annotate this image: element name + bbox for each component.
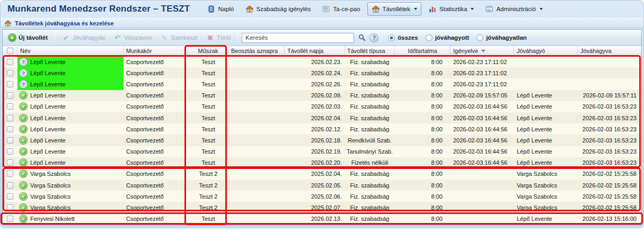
approved-status-icon: ✓ [20,215,27,222]
column-header-jovahagyva[interactable]: Jóváhagyva [578,46,641,56]
duration-cell: 8:00 [395,56,451,67]
table-row[interactable]: ✓Varga SzabolcsCsoportvezetőTeszt 22025.… [3,202,641,213]
approved-at-cell: 2026-02-03 16:53:23 [578,112,641,123]
row-select-cell [3,168,17,180]
search-input[interactable] [242,33,354,43]
filter-radio-osszes[interactable]: összes [388,34,418,41]
approver-cell: Varga Szabolcs [514,180,578,191]
filter-radio-jovahagyatlan[interactable]: jóváhagyatlan [477,34,527,41]
row-checkbox[interactable] [7,70,13,76]
approver-cell: Lépő Levente [514,112,578,123]
column-header-idotartalma[interactable]: Időtartalma [395,46,451,56]
column-header-munkakor[interactable]: Munkakör [123,46,188,56]
employee-name: Lépő Levente [30,159,66,166]
select-all-checkbox[interactable] [7,48,13,54]
table-row[interactable]: ?Lépő LeventeCsoportvezetőTeszt2026.02.2… [3,67,641,78]
menu-item-ta-ce-pao[interactable]: Ta-ce-pao [317,2,364,16]
approved-at-cell: 2026-02-02 15:25:58 [578,202,641,213]
requested-at-cell: 2026-02-23 17:11:02 [451,67,514,78]
approver-cell [514,56,578,67]
approved-at-cell: 2026-02-09 15:57:11 [578,90,641,101]
employee-name: Varga Szabolcs [30,171,70,177]
home-icon [372,5,380,13]
table-row[interactable]: ✓Lépő LeventeCsoportvezetőTeszt2026.02.0… [3,112,641,123]
table-body: ?Lépő LeventeCsoportvezetőTeszt2026.02.2… [3,56,641,225]
name-cell: ✓Lépő Levente [17,101,123,112]
row-checkbox[interactable] [7,59,13,65]
table-row[interactable]: ✓Lépő LeventeCsoportvezetőTeszt2026.02.0… [3,90,641,101]
shift-cell: Teszt [188,146,228,157]
row-checkbox[interactable] [7,171,13,177]
row-checkbox[interactable] [7,182,13,189]
column-header-muszak[interactable]: Műszak [188,46,228,56]
shift-cell: Teszt [188,90,228,101]
new-absence-button[interactable]: + Új távollét [5,32,51,43]
absence-type-cell: Fiz. szabadság [345,101,395,112]
table-row[interactable]: ?Lépő LeventeCsoportvezetőTeszt2026.02.2… [3,56,641,67]
search-button[interactable] [356,32,368,43]
name-cell: ✓Varga Szabolcs [17,191,123,202]
header-select-all[interactable] [3,46,17,56]
table-row[interactable]: ✓Lépő LeventeCsoportvezetőTeszt2026.02.2… [3,157,641,168]
menu-item-tavolletek[interactable]: Távollétek [367,2,421,16]
row-checkbox[interactable] [7,115,13,121]
edit-button[interactable]: ✎ Szerkeszt [157,32,201,43]
table-row[interactable]: ✓Varga SzabolcsCsoportvezetőTeszt 22025.… [3,191,641,202]
approved-at-cell [578,78,641,90]
name-cell: ✓Lépő Levente [17,90,123,101]
absence-type-cell: Fiz. szabadság [345,67,395,78]
row-checkbox[interactable] [7,148,13,155]
row-checkbox[interactable] [7,126,13,132]
column-header-tavollet-tipusa[interactable]: Távollét típusa [345,46,395,56]
help-icon[interactable]: ? [370,34,378,42]
duration-cell: 8:00 [395,168,451,180]
table-row[interactable]: ✓Lépő LeventeCsoportvezetőTeszt2026.02.1… [3,135,641,146]
shift-cell: Teszt [188,123,228,135]
row-checkbox[interactable] [7,92,13,99]
row-select-cell [3,101,17,112]
column-header-nev[interactable]: Név [17,46,123,56]
absence-date-cell: 2026.02.09. [285,90,345,101]
requested-at-cell [451,213,514,225]
absence-date-cell: 2026.02.12. [285,123,345,135]
menu-item-naplo[interactable]: Napló [202,2,238,16]
row-checkbox[interactable] [7,81,13,87]
approved-at-cell: 2026-02-02 15:25:58 [578,168,641,180]
table-row[interactable]: ?Lépő LeventeCsoportvezetőTeszt2026.02.2… [3,78,641,90]
title-bar: Munkarend Menedzser Rendszer – TESZT Nap… [0,0,644,18]
toolbar-separator [382,33,382,42]
filter-radio-jovahagyott[interactable]: jóváhagyott [426,34,470,41]
menu-item-adminisztracio[interactable]: Adminisztráció [481,2,547,16]
row-checkbox[interactable] [7,159,13,166]
assignment-cell [228,157,285,168]
name-cell: ✓Varga Szabolcs [17,168,123,180]
table-row[interactable]: ✓Lépő LeventeCsoportvezetőTeszt2026.02.1… [3,123,641,135]
column-header-igenyelve[interactable]: Igényelve [451,46,514,56]
approve-button[interactable]: ✔ Jóváhagyás [59,32,108,43]
table-row[interactable]: ✓Varga SzabolcsCsoportvezetőTeszt 22025.… [3,168,641,180]
row-checkbox[interactable] [7,137,13,144]
requested-at-cell [451,191,514,202]
name-cell: ?Lépő Levente [17,78,123,90]
column-header-tavollet-napja[interactable]: Távollét napja [285,46,345,56]
row-checkbox[interactable] [7,193,13,200]
duration-cell: 8:00 [395,202,451,213]
table-row[interactable]: ✓Lépő LeventeCsoportvezetőTeszt2026.02.1… [3,146,641,157]
row-checkbox[interactable] [7,103,13,110]
duration-cell: 8:00 [395,135,451,146]
section-header: Távollétek jóváhagyása és kezelése [1,18,643,28]
row-checkbox[interactable] [7,216,13,222]
revoke-button[interactable]: ↷ Visszavon [110,32,155,43]
table-row[interactable]: ✓Varga SzabolcsCsoportvezetőTeszt 22025.… [3,180,641,191]
table-row[interactable]: ✓Lépő LeventeCsoportvezetőTeszt2026.02.0… [3,101,641,112]
delete-button[interactable]: ✖ Töröl [203,32,234,43]
approved-status-icon: ✓ [20,137,27,144]
menu-item-szabadsag-igenyles[interactable]: Szabadság igénylés [241,2,315,16]
column-header-beosztas[interactable]: Beosztás aznapra [228,46,285,56]
table-row[interactable]: ✓Fenyvesi NikolettCsoportvezetőTeszt2026… [3,213,641,225]
row-checkbox[interactable] [7,204,13,211]
requested-at-cell [451,202,514,213]
menu-item-statisztika[interactable]: Statisztika [424,2,478,16]
requested-at-cell: 2026-02-23 17:11:02 [451,56,514,67]
column-header-jovahagyo[interactable]: Jóváhagyó [514,46,578,56]
